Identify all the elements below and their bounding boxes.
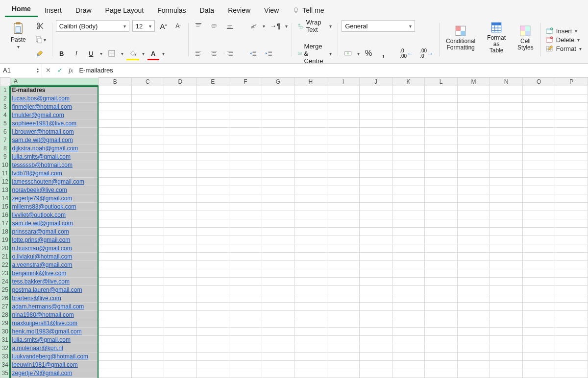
- cell-I34[interactable]: [327, 361, 360, 369]
- cell-E14[interactable]: [196, 194, 229, 203]
- cell-I35[interactable]: [327, 369, 360, 378]
- email-link[interactable]: a.molenaar@kpn.nl: [12, 345, 63, 352]
- cell-E8[interactable]: [196, 144, 229, 153]
- cell-J5[interactable]: [360, 119, 392, 128]
- cell-A6[interactable]: l.brouwer@hotmail.com: [10, 128, 98, 136]
- cell-L16[interactable]: [425, 211, 458, 219]
- cell-F31[interactable]: [229, 336, 262, 344]
- column-header-K[interactable]: K: [392, 78, 425, 86]
- cell-F35[interactable]: [229, 369, 262, 378]
- column-header-F[interactable]: F: [229, 78, 262, 86]
- cell-C18[interactable]: [131, 228, 164, 236]
- cell-D14[interactable]: [164, 194, 197, 203]
- cell-K4[interactable]: [392, 111, 425, 119]
- cell-C30[interactable]: [131, 328, 164, 336]
- tab-page-layout[interactable]: Page Layout: [98, 3, 151, 17]
- cell-M29[interactable]: [457, 319, 490, 328]
- cell-N2[interactable]: [490, 94, 523, 103]
- cell-I29[interactable]: [327, 319, 360, 328]
- cell-D17[interactable]: [164, 219, 197, 228]
- cell-L13[interactable]: [425, 186, 458, 194]
- cell-H34[interactable]: [294, 361, 327, 369]
- cell-I1[interactable]: [327, 86, 360, 94]
- row-header-31[interactable]: 31: [0, 336, 10, 344]
- cell-J14[interactable]: [360, 194, 392, 203]
- tab-review[interactable]: Review: [221, 3, 257, 17]
- cell-K26[interactable]: [392, 294, 425, 303]
- cell-O28[interactable]: [522, 311, 555, 319]
- cell-A17[interactable]: sam.de.wit@gmail.com: [10, 219, 98, 228]
- cell-F8[interactable]: [229, 144, 262, 153]
- cell-G21[interactable]: [262, 253, 294, 261]
- cell-M28[interactable]: [457, 311, 490, 319]
- cell-G3[interactable]: [262, 103, 294, 111]
- cell-K14[interactable]: [392, 194, 425, 203]
- cell-B9[interactable]: [98, 153, 131, 161]
- tab-data[interactable]: Data: [193, 3, 221, 17]
- cell-K6[interactable]: [392, 128, 425, 136]
- cell-G18[interactable]: [262, 228, 294, 236]
- cell-L23[interactable]: [425, 269, 458, 278]
- row-header-30[interactable]: 30: [0, 328, 10, 336]
- cell-C1[interactable]: [131, 86, 164, 94]
- column-header-G[interactable]: G: [262, 78, 294, 86]
- cell-J30[interactable]: [360, 328, 392, 336]
- cell-I20[interactable]: [327, 244, 360, 253]
- cell-D26[interactable]: [164, 294, 197, 303]
- cell-P31[interactable]: [555, 336, 588, 344]
- cell-H24[interactable]: [294, 278, 327, 286]
- cell-O9[interactable]: [522, 153, 555, 161]
- cell-G12[interactable]: [262, 178, 294, 186]
- cell-K18[interactable]: [392, 228, 425, 236]
- cell-K29[interactable]: [392, 319, 425, 328]
- cell-B27[interactable]: [98, 303, 131, 311]
- email-link[interactable]: zegertje79@gmail.com: [12, 195, 72, 202]
- orientation-button[interactable]: ab: [247, 20, 260, 32]
- row-header-25[interactable]: 25: [0, 286, 10, 294]
- cell-N15[interactable]: [490, 203, 523, 211]
- cell-O19[interactable]: [522, 236, 555, 244]
- cell-G28[interactable]: [262, 311, 294, 319]
- column-header-C[interactable]: C: [131, 78, 164, 86]
- cell-H5[interactable]: [294, 119, 327, 128]
- cell-I10[interactable]: [327, 161, 360, 169]
- cell-A11[interactable]: lvdb78@gmail.com: [10, 169, 98, 178]
- cell-H23[interactable]: [294, 269, 327, 278]
- cell-E5[interactable]: [196, 119, 229, 128]
- font-name-select[interactable]: Calibri (Body)▾: [56, 20, 129, 32]
- cell-I17[interactable]: [327, 219, 360, 228]
- cell-N31[interactable]: [490, 336, 523, 344]
- cell-H16[interactable]: [294, 211, 327, 219]
- cell-P18[interactable]: [555, 228, 588, 236]
- email-link[interactable]: lucas.bos@gmail.com: [12, 95, 70, 102]
- cell-D9[interactable]: [164, 153, 197, 161]
- cell-O23[interactable]: [522, 269, 555, 278]
- cell-G8[interactable]: [262, 144, 294, 153]
- cell-J15[interactable]: [360, 203, 392, 211]
- cell-I25[interactable]: [327, 286, 360, 294]
- row-header-35[interactable]: 35: [0, 369, 10, 378]
- cell-D31[interactable]: [164, 336, 197, 344]
- cell-N12[interactable]: [490, 178, 523, 186]
- cell-B13[interactable]: [98, 186, 131, 194]
- cell-J27[interactable]: [360, 303, 392, 311]
- cell-D24[interactable]: [164, 278, 197, 286]
- cell-G22[interactable]: [262, 261, 294, 269]
- cell-E31[interactable]: [196, 336, 229, 344]
- column-header-I[interactable]: I: [327, 78, 360, 86]
- cell-I28[interactable]: [327, 311, 360, 319]
- row-header-6[interactable]: 6: [0, 128, 10, 136]
- align-left-button[interactable]: [192, 47, 205, 59]
- cell-F34[interactable]: [229, 361, 262, 369]
- cell-A13[interactable]: noravbeek@live.com: [10, 186, 98, 194]
- column-header-E[interactable]: E: [196, 78, 229, 86]
- cell-M15[interactable]: [457, 203, 490, 211]
- cell-J8[interactable]: [360, 144, 392, 153]
- cell-C11[interactable]: [131, 169, 164, 178]
- cell-C35[interactable]: [131, 369, 164, 378]
- cell-M12[interactable]: [457, 178, 490, 186]
- cell-M5[interactable]: [457, 119, 490, 128]
- cell-P32[interactable]: [555, 344, 588, 353]
- cell-N13[interactable]: [490, 186, 523, 194]
- cell-J26[interactable]: [360, 294, 392, 303]
